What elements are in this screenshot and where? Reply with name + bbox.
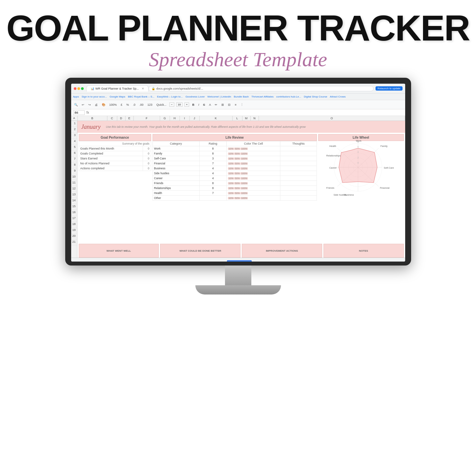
goals-planned-row: Goals Planned this Month 0 [79, 146, 151, 151]
format-btn[interactable]: Quick... [155, 103, 168, 107]
tab-next-arrow[interactable]: › [402, 262, 403, 262]
bookmark-easyweb[interactable]: EasyWeb – Login to... [157, 95, 183, 98]
borders-btn[interactable]: ⊞ [220, 103, 225, 107]
toolbar: 🔍 ↩ ↪ 🖨 🎨 100% £ % .0 .00 123 Quick... −… [71, 100, 405, 109]
bookmark-digital[interactable]: Digital Shop Course [304, 95, 327, 98]
bookmark-bundle[interactable]: Bundle Bash [234, 95, 249, 98]
print-btn[interactable]: 🖨 [94, 103, 99, 107]
bold-btn[interactable]: B [191, 103, 195, 107]
sheet-menu-button[interactable]: ≡ [81, 261, 87, 262]
goals-planned-value: 0 [143, 146, 151, 151]
bookmark-thrivecart[interactable]: Thrivecart Affiliates [251, 95, 273, 98]
percent-btn[interactable]: % [126, 103, 130, 107]
tab-habit[interactable]: 🔒 Habit [282, 260, 299, 262]
align-btn[interactable]: ≡ [234, 103, 237, 107]
what-went-well-label: WHAT WENT WELL [106, 249, 131, 252]
col-header-e: E [126, 116, 134, 121]
minimize-dot[interactable] [77, 87, 80, 90]
bookmark-bbc[interactable]: BBC Royal Bank – S... [128, 95, 154, 98]
zoom-level[interactable]: 100% [108, 103, 118, 107]
col-header-k: K [200, 116, 233, 121]
col-header-j: J [190, 116, 200, 121]
browser-tab[interactable]: 📊 WR Goal Planner & Tracker Sp... ✕ [86, 85, 149, 92]
life-thoughts-0 [280, 146, 317, 151]
life-review-row-10: Other 10% 50% 100% [153, 196, 317, 201]
tab-prev-arrow[interactable]: ‹ [400, 262, 401, 262]
plus-btn[interactable]: + [184, 102, 189, 107]
bookmark-apps[interactable]: Apps [73, 95, 79, 98]
bookmark-signin[interactable]: Sign in to your acco... [82, 95, 107, 98]
life-color-5: 10% 50% 100% [227, 171, 280, 176]
goal-panel-title: Goal Performance [79, 134, 151, 141]
category-header: Category [153, 141, 199, 146]
redo-btn[interactable]: ↪ [87, 103, 92, 107]
relaunch-button[interactable]: Relaunch to update [376, 86, 402, 91]
browser-url-bar[interactable]: 🔒 docs.google.com/spreadsheets/d/... [149, 86, 374, 91]
close-dot[interactable] [74, 87, 76, 90]
life-color-0: 10% 50% 100% [227, 146, 280, 151]
life-category-7: Friends [153, 181, 199, 186]
currency-btn[interactable]: £ [120, 103, 124, 107]
add-sheet-button[interactable]: + [74, 260, 80, 262]
tab-reflection[interactable]: 🔒 Reflection ▾ [227, 260, 252, 262]
life-review-row-1: Family 8 10% 50% 100% [153, 151, 317, 156]
row-16: 16 [71, 210, 77, 216]
zoom-tool[interactable]: 🔍 [73, 103, 79, 107]
notes-label: NOTES [359, 249, 368, 252]
tab-title-page[interactable]: 🔒 Title Page ▾ [87, 260, 112, 262]
tab-reflection-label: Reflection [234, 262, 247, 262]
font-size-display[interactable]: 10 [176, 102, 182, 107]
thoughts-header: Thoughts [280, 141, 317, 146]
tab-close[interactable]: ✕ [142, 87, 144, 90]
life-rating-3: 7 [199, 161, 227, 166]
actions-planned-value: 0 [143, 161, 151, 166]
svg-text:Side hustles: Side hustles [333, 193, 347, 196]
tab-start-here[interactable]: 🔒 Start Here ▾ [132, 260, 157, 262]
strikethrough-btn[interactable]: S [202, 103, 206, 107]
col-header-f: F [134, 116, 160, 121]
cell-reference[interactable]: B6 [73, 110, 85, 115]
row-13: 13 [71, 192, 77, 198]
actions-planned-label: No of Actions Planned [79, 161, 143, 166]
col-header-m: M [242, 116, 251, 121]
more-btn[interactable]: ⋮ [239, 103, 244, 107]
actions-completed-label: Actions completed [79, 166, 143, 171]
goal-summary-label: Summary of the goals [79, 141, 151, 146]
life-color-2: 10% 50% 100% [227, 156, 280, 161]
font-color-btn[interactable]: A [208, 103, 212, 107]
svg-text:Self-Care: Self-Care [384, 166, 394, 169]
life-category-3: Financial [153, 161, 199, 166]
bookmark-contributors[interactable]: contributors hub-Le... [276, 95, 301, 98]
bookmark-maps[interactable]: Google Maps [110, 95, 126, 98]
undo-btn[interactable]: ↩ [81, 103, 85, 107]
maximize-dot[interactable] [81, 87, 84, 90]
row-21: 21 [71, 239, 77, 245]
row-19: 19 [71, 228, 77, 234]
tab-monthly-plan[interactable]: 🔒 Monthly Plan ▾ [198, 260, 226, 262]
decimal-btn[interactable]: .0 [132, 103, 137, 107]
life-thoughts-7 [280, 181, 317, 186]
life-review-header-row: Category Rating Color The Cell Thoughts [153, 141, 317, 146]
row-6: 6 [71, 151, 77, 156]
bookmark-goodness[interactable]: Goodness Lover [185, 95, 205, 98]
tab-goals[interactable]: 🔒 Goals ▾ [178, 260, 197, 262]
bookmark-linkedin[interactable]: Welcome! | LinkedIn [208, 95, 231, 98]
highlight-btn[interactable]: ✏ [214, 103, 218, 107]
main-panels: Goal Performance Summary of the goals Go… [77, 133, 405, 244]
paint-btn[interactable]: 🎨 [101, 103, 106, 107]
tab-daily-planner[interactable]: 🔒 Daily Planner ▾ [252, 260, 282, 262]
window-controls [74, 87, 84, 90]
bookmark-attract[interactable]: Attract Crows [330, 95, 346, 98]
life-category-0: Work [153, 146, 199, 151]
minus-btn[interactable]: − [169, 102, 174, 107]
goals-completed-value: 0 [143, 151, 151, 156]
merge-btn[interactable]: ⊟ [227, 103, 232, 107]
123-btn[interactable]: 123 [147, 103, 154, 107]
decimal-more-btn[interactable]: .00 [138, 103, 145, 107]
italic-btn[interactable]: I [197, 103, 200, 107]
life-thoughts-9 [280, 191, 317, 196]
tab-setup[interactable]: 🔒 Setup ▾ [158, 260, 177, 262]
tab-legal[interactable]: 🔒 Legal ▾ [113, 260, 131, 262]
life-rating-8: 8 [199, 186, 227, 191]
row-10: 10 [71, 174, 77, 180]
